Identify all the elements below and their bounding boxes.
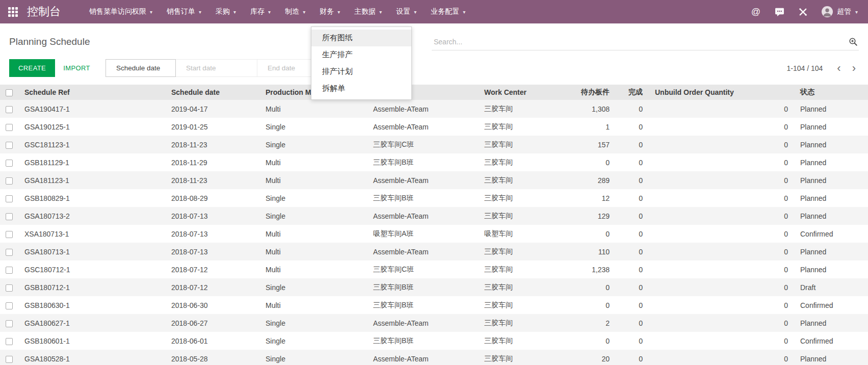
row-checkbox[interactable]: [6, 338, 13, 345]
cell-0: GSA180713-1: [18, 243, 165, 260]
cell-2: Multi: [259, 260, 367, 278]
dropdown-item-1[interactable]: 生产排产: [311, 46, 411, 63]
table-row[interactable]: GSA180528-12018-05-28SingleAssemble-ATea…: [0, 350, 868, 365]
column-header-4[interactable]: Work Center: [478, 85, 560, 100]
chevron-down-icon: ▾: [337, 9, 340, 15]
cell-5: 1,308: [560, 100, 616, 118]
dropdown-item-2[interactable]: 排产计划: [311, 63, 411, 80]
cell-5: 0: [560, 153, 616, 171]
row-checkbox[interactable]: [6, 267, 13, 274]
cell-0: GSA180528-1: [18, 350, 165, 365]
table-row[interactable]: GSB180712-12018-07-12Single三胶车间B班三胶车间000…: [0, 278, 868, 296]
table-row[interactable]: GSA190417-12019-04-17MultiAssemble-ATeam…: [0, 100, 868, 118]
manufacturing-dropdown: 所有图纸生产排产排产计划拆解单: [311, 27, 412, 100]
table-row[interactable]: GSB181129-12018-11-29Multi三胶车间B班三胶车间000P…: [0, 153, 868, 171]
column-header-1[interactable]: Schedule date: [165, 85, 259, 100]
table-row[interactable]: XSA180713-12018-07-13Multi吸塑车间A班吸塑车间000C…: [0, 225, 868, 243]
row-checkbox[interactable]: [6, 106, 13, 113]
column-header-8[interactable]: 状态: [794, 85, 868, 100]
select-all-checkbox[interactable]: [6, 89, 13, 96]
cell-6: 0: [616, 153, 649, 171]
cell-8: Confirmed: [794, 296, 868, 314]
table-row[interactable]: GSC181123-12018-11-23Single三胶车间C班三胶车间157…: [0, 136, 868, 153]
column-header-7[interactable]: Unbuild Order Quantity: [649, 85, 794, 100]
tools-icon[interactable]: [799, 8, 807, 16]
menu-item-label: 主数据: [354, 7, 376, 16]
cell-1: 2018-06-30: [165, 296, 259, 314]
menu-item-1[interactable]: 销售订单▾: [160, 0, 208, 23]
mention-icon[interactable]: @: [751, 7, 760, 17]
filter-start-date[interactable]: Start date: [176, 59, 257, 77]
cell-7: 0: [649, 207, 794, 225]
cell-0: GSC180712-1: [18, 260, 165, 278]
cell-0: GSA181123-1: [18, 171, 165, 189]
date-filter-group: Schedule date Start date End date: [106, 59, 339, 77]
apps-grid-icon[interactable]: [8, 7, 18, 17]
menu-item-3[interactable]: 库存▾: [243, 0, 278, 23]
cell-8: Planned: [794, 153, 868, 171]
dropdown-item-3[interactable]: 拆解单: [311, 80, 411, 97]
column-header-6[interactable]: 完成: [616, 85, 649, 100]
pager-prev-icon[interactable]: ‹: [834, 63, 844, 74]
cell-1: 2019-01-25: [165, 118, 259, 136]
row-checkbox[interactable]: [6, 284, 13, 292]
row-checkbox[interactable]: [6, 302, 13, 309]
create-button[interactable]: CREATE: [9, 59, 55, 77]
cell-4: 三胶车间: [478, 260, 560, 278]
import-button[interactable]: IMPORT: [63, 64, 90, 72]
search-zoom-icon[interactable]: [849, 37, 858, 46]
table-row[interactable]: GSB180829-12018-08-29Single三胶车间B班三胶车间120…: [0, 189, 868, 207]
table-row[interactable]: GSA181123-12018-11-23MultiAssemble-ATeam…: [0, 171, 868, 189]
cell-0: GSC181123-1: [18, 136, 165, 153]
menu-item-label: 财务: [320, 7, 334, 16]
table-row[interactable]: GSB180601-12018-06-01Single三胶车间B班三胶车间000…: [0, 332, 868, 350]
table-row[interactable]: GSC180712-12018-07-12Multi三胶车间C班三胶车间1,23…: [0, 260, 868, 278]
cell-6: 0: [616, 243, 649, 260]
table-row[interactable]: GSB180630-12018-06-30Multi三胶车间B班三胶车间000C…: [0, 296, 868, 314]
cell-4: 三胶车间: [478, 100, 560, 118]
menu-item-4[interactable]: 制造▾: [278, 0, 312, 23]
cell-2: Single: [259, 314, 367, 332]
cell-2: Multi: [259, 171, 367, 189]
cell-1: 2018-07-13: [165, 225, 259, 243]
row-checkbox[interactable]: [6, 195, 13, 202]
cell-2: Single: [259, 136, 367, 153]
row-checkbox[interactable]: [6, 231, 13, 238]
menu-item-6[interactable]: 主数据▾: [347, 0, 389, 23]
table-row[interactable]: GSA190125-12019-01-25SingleAssemble-ATea…: [0, 118, 868, 136]
row-checkbox[interactable]: [6, 142, 13, 149]
menu-item-5[interactable]: 财务▾: [312, 0, 347, 23]
cell-3: 三胶车间B班: [367, 278, 478, 296]
search-input[interactable]: [434, 38, 849, 46]
menu-item-2[interactable]: 采购▾: [208, 0, 243, 23]
cell-1: 2018-11-23: [165, 136, 259, 153]
menu-item-0[interactable]: 销售菜单访问权限▾: [82, 0, 160, 23]
cell-7: 0: [649, 278, 794, 296]
table-row[interactable]: GSA180713-22018-07-13SingleAssemble-ATea…: [0, 207, 868, 225]
cell-8: Confirmed: [794, 225, 868, 243]
row-checkbox[interactable]: [6, 124, 13, 131]
pager-next-icon[interactable]: ›: [849, 63, 859, 74]
cell-2: Multi: [259, 100, 367, 118]
table-row[interactable]: GSA180713-12018-07-13MultiAssemble-ATeam…: [0, 243, 868, 260]
messages-icon[interactable]: [775, 8, 784, 16]
app-title[interactable]: 控制台: [27, 4, 61, 19]
column-header-5[interactable]: 待办板件: [560, 85, 616, 100]
row-checkbox[interactable]: [6, 249, 13, 256]
menu-item-8[interactable]: 业务配置▾: [424, 0, 472, 23]
chevron-down-icon: ▾: [855, 9, 858, 15]
user-menu[interactable]: 超管 ▾: [822, 6, 858, 17]
row-checkbox[interactable]: [6, 177, 13, 185]
filter-schedule-date[interactable]: Schedule date: [106, 59, 176, 77]
menu-item-7[interactable]: 设置▾: [389, 0, 424, 23]
table-row[interactable]: GSA180627-12018-06-27SingleAssemble-ATea…: [0, 314, 868, 332]
row-checkbox[interactable]: [6, 320, 13, 327]
row-checkbox[interactable]: [6, 213, 13, 220]
row-checkbox[interactable]: [6, 160, 13, 167]
dropdown-item-0[interactable]: 所有图纸: [311, 30, 411, 46]
cell-1: 2018-07-13: [165, 207, 259, 225]
chevron-down-icon: ▾: [233, 9, 236, 15]
row-checkbox[interactable]: [6, 356, 13, 363]
column-header-0[interactable]: Schedule Ref: [18, 85, 165, 100]
cell-1: 2018-07-13: [165, 243, 259, 260]
